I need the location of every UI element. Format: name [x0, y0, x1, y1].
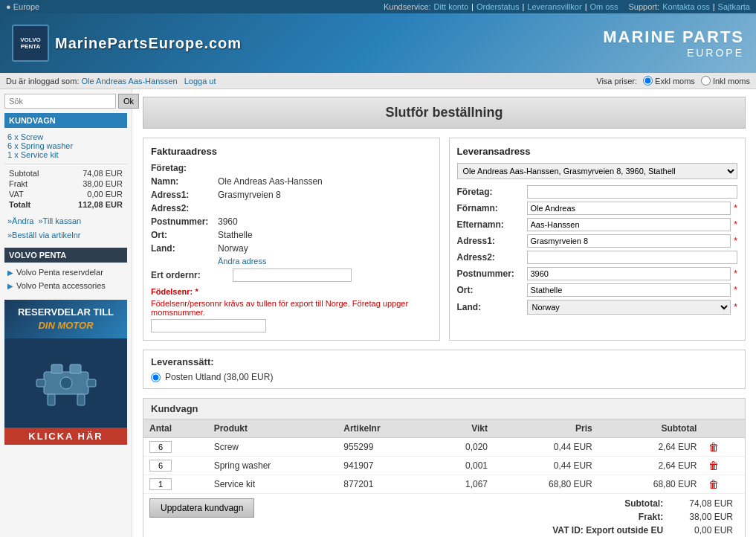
ort-field-row: Ort: *: [457, 283, 738, 297]
update-btn-area: Uppdatera kundvagn: [143, 494, 260, 522]
ort-input[interactable]: [527, 283, 731, 297]
delete-icon[interactable]: 🗑: [708, 460, 719, 472]
delete-icon[interactable]: 🗑: [708, 478, 719, 490]
sidebar: Ok KUNDVAGN 6 x Screw 6 x Spring washer …: [0, 89, 132, 537]
ditt-konto-link[interactable]: Ditt konto: [434, 2, 468, 11]
inkl-moms-option[interactable]: Inkl moms: [701, 76, 750, 86]
logout-link[interactable]: Logga ut: [184, 77, 216, 86]
leverans-title: Leveransadress: [457, 146, 738, 157]
svg-rect-3: [48, 394, 55, 405]
volvo-penta-logo: VOLVO PENTA: [12, 25, 49, 62]
bestall-via-artikelnr-link[interactable]: »Beställ via artikelnr: [7, 231, 80, 239]
klicka-har-button[interactable]: KLICKA HÄR: [4, 428, 127, 445]
col-produkt: Produkt: [208, 419, 338, 438]
sidebar-item-accessories[interactable]: ▶ Volvo Penta accessories: [4, 279, 127, 292]
land-select[interactable]: Norway: [527, 300, 731, 315]
leveransvillkor-link[interactable]: Leveransvillkor: [527, 2, 581, 11]
andra-adress-row: Ändra adress: [151, 257, 432, 266]
postnummer-row: Postnummer: 3960: [151, 216, 432, 227]
posten-utland-radio[interactable]: [151, 373, 161, 382]
cart-section: Kundvagn Antal Produkt Artikelnr Vikt Pr…: [143, 398, 746, 537]
cart-summary: Subtotal74,08 EUR Frakt38,00 EUR VAT0,00…: [4, 164, 127, 213]
land-field-row: Land: Norway *: [457, 300, 738, 315]
arrow-icon: ▶: [7, 282, 13, 290]
efternamn-input[interactable]: [527, 218, 731, 231]
ert-ordernr-input[interactable]: [233, 268, 352, 282]
screw-link[interactable]: 6 x Screw: [7, 132, 43, 141]
exkl-moms-radio[interactable]: [643, 76, 653, 86]
ert-ordernr-row: Ert ordernr:: [151, 268, 432, 282]
order-by-number: »Beställ via artikelnr: [4, 228, 127, 242]
foretag-input[interactable]: [527, 185, 738, 199]
col-artikelnr: Artikelnr: [337, 419, 429, 438]
fodelsennr-input[interactable]: [151, 319, 266, 332]
namn-row: Namn: Ole Andreas Aas-Hanssen: [151, 176, 432, 187]
sidebar-item-reservdelar[interactable]: ▶ Volvo Penta reservdelar: [4, 266, 127, 279]
username-link[interactable]: Ole Andreas Aas-Hanssen: [82, 77, 178, 86]
list-item: 6 x Spring washer: [7, 141, 124, 150]
foretag-field-row: Företag:: [457, 185, 738, 199]
col-antal: Antal: [143, 419, 208, 438]
adress1-field-row: Adress1: *: [457, 234, 738, 248]
col-vikt: Vikt: [429, 419, 494, 438]
adress1-input[interactable]: [527, 234, 731, 248]
reservdelar-banner: RESERVDELAR TILL DIN MOTOR: [4, 300, 127, 338]
svg-rect-6: [36, 379, 45, 387]
search-input[interactable]: [4, 94, 116, 109]
kundservice-label: Kundservice:: [384, 2, 431, 11]
postnummer-input[interactable]: [527, 267, 731, 280]
leveranssatt-title: Leveranssätt:: [151, 356, 737, 367]
kontakta-oss-link[interactable]: Kontakta oss: [662, 2, 710, 11]
postnummer-field-row: Postnummer: *: [457, 267, 738, 280]
top-bar: ● Europe Kundservice: Ditt konto | Order…: [0, 0, 756, 13]
adress2-input[interactable]: [527, 251, 738, 264]
qty-input[interactable]: [149, 478, 172, 490]
engine-image: [4, 338, 127, 428]
delete-icon[interactable]: 🗑: [708, 441, 719, 453]
andra-adress-link[interactable]: Ändra adress: [218, 257, 266, 266]
page-title: Slutför beställning: [143, 97, 746, 129]
support-label: Support:: [629, 2, 660, 11]
inkl-moms-radio[interactable]: [701, 76, 711, 86]
delivery-option: Posten Utland (38,00 EUR): [151, 372, 737, 382]
land-row: Land: Norway: [151, 243, 432, 254]
qty-input[interactable]: [149, 460, 172, 472]
spring-washer-link[interactable]: 6 x Spring washer: [7, 141, 73, 150]
region-label: ● Europe: [6, 2, 39, 11]
table-row: Service kit 877201 1,067 68,80 EUR 68,80…: [143, 475, 745, 494]
site-header: VOLVO PENTA MarinePartsEurope.com MARINE…: [0, 13, 756, 73]
delivery-address-select[interactable]: Ole Andreas Aas-Hanssen, Grasmyrveien 8,…: [457, 163, 738, 179]
site-title: MarinePartsEurope.com: [55, 35, 242, 52]
brand-marine: MARINE PARTS: [603, 28, 744, 47]
orderstatus-link[interactable]: Orderstatus: [476, 2, 519, 11]
svg-rect-4: [77, 394, 85, 405]
update-cart-button[interactable]: Uppdatera kundvagn: [149, 498, 254, 518]
andra-link[interactable]: »Ändra: [7, 216, 33, 225]
svg-rect-2: [70, 364, 81, 373]
kundvagn-table-title: Kundvagn: [143, 399, 745, 419]
om-oss-link[interactable]: Om oss: [590, 2, 618, 11]
svg-rect-7: [87, 379, 96, 387]
qty-input[interactable]: [149, 441, 172, 453]
exkl-moms-option[interactable]: Exkl moms: [643, 76, 695, 86]
service-kit-link[interactable]: 1 x Service kit: [7, 150, 58, 159]
cart-bottom: Uppdatera kundvagn Subtotal: 74,08 EUR F…: [143, 494, 745, 537]
till-kassan-link[interactable]: »Till kassan: [38, 216, 81, 225]
search-box: Ok: [4, 94, 127, 109]
faktura-title: Fakturaadress: [151, 146, 432, 157]
sajtkarta-link[interactable]: Sajtkarta: [718, 2, 750, 11]
adress2-row: Adress2:: [151, 203, 432, 213]
brand-logo: MARINE PARTS EUROPE: [603, 28, 744, 59]
fornamn-input[interactable]: [527, 202, 731, 215]
cart-totals: Subtotal: 74,08 EUR Frakt: 38,00 EUR VAT…: [522, 494, 745, 537]
col-subtotal: Subtotal: [598, 419, 703, 438]
delivery-method-section: Leveranssätt: Posten Utland (38,00 EUR): [143, 350, 746, 389]
efternamn-field-row: Efternamn: *: [457, 218, 738, 231]
postnummer-required: *: [734, 268, 737, 279]
foretag-row: Företag:: [151, 163, 432, 173]
col-pris: Pris: [494, 419, 598, 438]
svg-rect-1: [51, 364, 62, 373]
adress1-required: *: [734, 236, 737, 246]
brand-europe: EUROPE: [603, 47, 744, 59]
cart-actions: »Ändra »Till kassan: [4, 213, 127, 228]
